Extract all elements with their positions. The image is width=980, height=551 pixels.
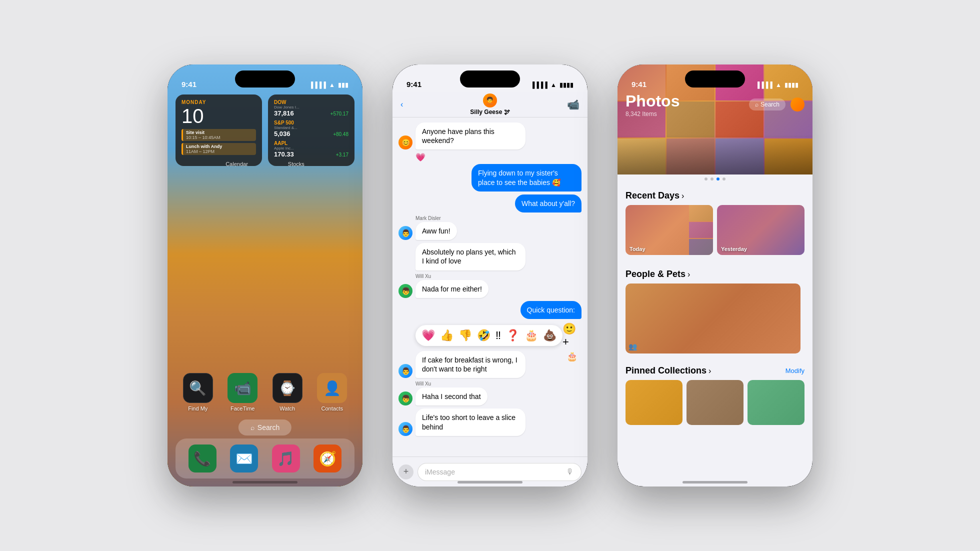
search-icon-photos: ⌕: [755, 101, 758, 108]
dot-4[interactable]: [722, 178, 726, 180]
photos-subtitle: 8,342 Items: [626, 110, 680, 118]
dock-music[interactable]: 🎵: [272, 444, 300, 472]
message-bubble-2: Flying down to my sister's place to see …: [472, 164, 582, 191]
app-findmy[interactable]: 🔍 Find My: [183, 373, 213, 412]
findmy-icon: 🔍: [183, 373, 213, 403]
add-attachment-button[interactable]: +: [398, 464, 414, 480]
user-avatar[interactable]: [790, 98, 804, 112]
photos-content: Recent Days › Today Yesterday: [618, 184, 812, 486]
status-time-3: 9:41: [632, 80, 646, 88]
grid-cell-3: [689, 239, 713, 255]
stocks-widget[interactable]: DOW Dow Jones I... 37,816 +570.17 S&P 50…: [268, 94, 354, 166]
dock-safari[interactable]: 🧭: [314, 444, 342, 472]
stock-aapl: AAPL Apple Inc... 170.33 +3.17: [274, 140, 348, 158]
calendar-widget[interactable]: MONDAY 10 Site visit 10:15 – 10:45AM Lun…: [176, 94, 262, 166]
recent-days-header: Recent Days ›: [626, 184, 804, 205]
dock-phone[interactable]: 📞: [188, 444, 216, 472]
tapback-haha[interactable]: 🤣: [477, 329, 490, 342]
dot-2[interactable]: [710, 178, 714, 180]
app-grid: 🔍 Find My 📹 FaceTime ⌚ Watch 👤 Contacts: [176, 373, 354, 422]
back-button[interactable]: ‹: [400, 100, 403, 109]
app-row-1: 🔍 Find My 📹 FaceTime ⌚ Watch 👤 Contacts: [176, 373, 354, 412]
message-bubble-8: If cake for breakfast is wrong, I don't …: [416, 351, 526, 378]
phone-messages: 9:41 ▐▐▐▐ ▲ ▮▮▮▮ ‹ 🧑‍🦱 Silly Geese 🕊 📹 😊…: [392, 64, 588, 486]
search-pill[interactable]: ⌕ Search: [238, 420, 292, 436]
dynamic-island: [235, 70, 295, 88]
home-indicator-2: [458, 481, 522, 484]
imessage-placeholder: iMessage: [425, 468, 455, 476]
yesterday-thumb[interactable]: Yesterday: [717, 205, 804, 255]
dynamic-island-3: [685, 70, 745, 88]
wifi-icon-3: ▲: [776, 82, 782, 88]
people-title: People & Pets: [626, 269, 686, 280]
wifi-icon: ▲: [329, 82, 335, 88]
facetime-icon: 📹: [228, 373, 258, 403]
message-bubble-5: Absolutely no plans yet, which I kind of…: [416, 243, 526, 270]
tapback-exclaim[interactable]: ‼️: [496, 329, 501, 342]
modify-button[interactable]: Modify: [786, 367, 804, 374]
home-indicator-3: [682, 481, 748, 484]
status-icons-3: ▐▐▐▐ ▲ ▮▮▮▮: [756, 82, 798, 88]
dock-mail[interactable]: ✉️: [230, 444, 258, 472]
message-row-4: 👨 Aww fun!: [398, 222, 582, 240]
search-icon: ⌕: [250, 424, 254, 432]
dot-3[interactable]: [716, 178, 720, 180]
microphone-icon[interactable]: 🎙: [566, 468, 574, 476]
pinned-flowers[interactable]: [626, 380, 682, 425]
photos-search-button[interactable]: ⌕ Search: [749, 98, 786, 110]
tapback-poop[interactable]: 💩: [543, 329, 556, 342]
sender-avatar-8: 👨: [398, 364, 412, 378]
conversation-title: 🧑‍🦱 Silly Geese 🕊: [470, 94, 510, 116]
cal-event-2: Lunch with Andy 11AM – 12PM: [182, 143, 256, 155]
calendar-label: Calendar: [226, 161, 248, 167]
contacts-icon: 👤: [317, 373, 347, 403]
message-row-1: 😊 Anyone have plans this weekend?: [398, 122, 582, 150]
message-input-field[interactable]: iMessage 🎙: [418, 463, 582, 481]
message-row-2: Flying down to my sister's place to see …: [398, 164, 582, 191]
today-label: Today: [630, 246, 646, 252]
people-row: 👥 Amit Maya: [626, 284, 804, 354]
tapback-thumbsup[interactable]: 👍: [440, 329, 454, 342]
person-card-main[interactable]: 👥: [626, 284, 800, 354]
battery-icon: ▮▮▮: [338, 82, 348, 88]
wifi-icon-2: ▲: [550, 82, 556, 88]
add-reaction-button[interactable]: 🙂+: [562, 322, 578, 348]
cake-reaction: 🎂: [566, 351, 578, 362]
message-row-9: 👦 Haha I second that: [398, 388, 582, 406]
tapback-cake[interactable]: 🎂: [524, 329, 538, 342]
message-bubble-3: What about y'all?: [515, 194, 582, 212]
status-icons: ▐▐▐▐ ▲ ▮▮▮: [309, 82, 348, 88]
app-watch[interactable]: ⌚ Watch: [272, 373, 302, 412]
photos-header: Photos 8,342 Items ⌕ Search: [618, 92, 812, 118]
message-row-10: 👨 Life's too short to leave a slice behi…: [398, 408, 582, 436]
message-row-3: What about y'all?: [398, 194, 582, 212]
tapback-question[interactable]: ❓: [506, 329, 520, 342]
app-contacts[interactable]: 👤 Contacts: [317, 373, 347, 412]
sender-name-mark: Mark Disler: [416, 216, 582, 221]
dot-1[interactable]: [704, 178, 708, 180]
emoji-heart: 💗: [416, 152, 582, 162]
message-bubble-7: Quick question:: [520, 301, 582, 319]
app-facetime[interactable]: 📹 FaceTime: [228, 373, 258, 412]
phone-icon: 📞: [188, 444, 216, 472]
video-call-button[interactable]: 📹: [567, 98, 580, 110]
view-switcher: [618, 176, 812, 182]
sender-avatar-will: 👦: [398, 284, 412, 298]
people-title-row: People & Pets ›: [626, 269, 690, 280]
tapback-heart[interactable]: 💗: [422, 329, 435, 342]
cal-event-1: Site visit 10:15 – 10:45AM: [182, 129, 256, 141]
pinned-map[interactable]: [748, 380, 804, 425]
photos-title-area: Photos 8,342 Items: [626, 92, 680, 118]
mail-icon: ✉️: [230, 444, 258, 472]
tapback-thumbsdown[interactable]: 👎: [458, 329, 472, 342]
today-thumb[interactable]: Today: [626, 205, 713, 255]
signal-icon: ▐▐▐▐: [309, 82, 326, 88]
message-row-8-container: 👨 If cake for breakfast is wrong, I don'…: [398, 351, 582, 378]
pinned-elephant[interactable]: [686, 380, 744, 425]
cal-day-name: MONDAY: [182, 100, 256, 105]
group-name: Silly Geese 🕊: [470, 108, 510, 116]
signal-icon-3: ▐▐▐▐: [756, 82, 772, 88]
app-dock: 📞 ✉️ 🎵 🧭: [176, 438, 354, 478]
tapback-row[interactable]: 💗 👍 👎 🤣 ‼️ ❓ 🎂 💩: [416, 325, 562, 346]
battery-icon-2: ▮▮▮▮: [560, 82, 574, 88]
